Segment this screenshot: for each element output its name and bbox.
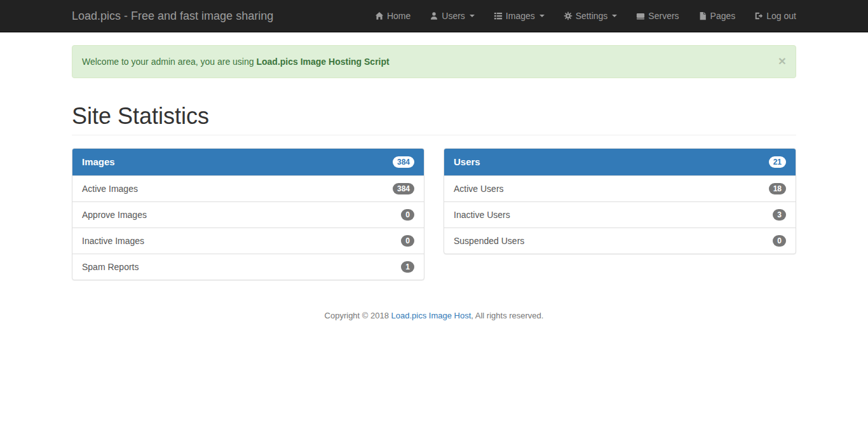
footer: Copyright © 2018 Load.pics Image Host, A… <box>72 293 796 333</box>
nav-label: Users <box>442 10 465 22</box>
list-icon <box>494 11 503 20</box>
stat-badge: 0 <box>401 209 414 221</box>
footer-site-link[interactable]: Load.pics Image Host <box>391 311 471 320</box>
brand[interactable]: Load.pics - Free and fast image sharing <box>72 0 283 32</box>
panel-title: Images <box>82 155 115 169</box>
stat-label: Approve Images <box>82 208 147 221</box>
stat-badge: 3 <box>773 209 786 221</box>
alert-text: Welcome to your admin area, you are usin… <box>82 57 256 67</box>
welcome-alert: Welcome to your admin area, you are usin… <box>72 45 796 78</box>
stat-label: Inactive Users <box>454 208 510 221</box>
page-title: Site Statistics <box>72 104 796 129</box>
home-icon <box>375 11 384 20</box>
list-item-spam-reports[interactable]: Spam Reports 1 <box>72 254 424 280</box>
nav-item-servers[interactable]: Servers <box>627 0 688 32</box>
users-panel: Users 21 Active Users 18 Inactive Users … <box>444 148 796 254</box>
nav-label: Settings <box>576 10 608 22</box>
stat-label: Spam Reports <box>82 261 139 273</box>
stat-label: Active Users <box>454 182 504 195</box>
nav-item-pages[interactable]: Pages <box>689 0 745 32</box>
panel-title: Users <box>454 155 480 169</box>
stat-badge: 0 <box>401 235 414 247</box>
top-navbar: Load.pics - Free and fast image sharing … <box>0 0 868 32</box>
stat-badge: 18 <box>769 183 786 194</box>
users-stat-list: Active Users 18 Inactive Users 3 Suspend… <box>444 175 796 254</box>
users-total-badge: 21 <box>769 156 786 168</box>
copyright-text: Copyright © 2018 <box>325 311 391 320</box>
nav-label: Pages <box>710 10 736 22</box>
stat-badge: 0 <box>773 235 786 247</box>
nav-item-users[interactable]: Users <box>420 0 484 32</box>
main-nav: Home Users Images <box>365 0 796 32</box>
nav-item-settings[interactable]: Settings <box>554 0 627 32</box>
list-item-inactive-images[interactable]: Inactive Images 0 <box>72 228 424 254</box>
file-icon <box>698 11 707 20</box>
images-stat-list: Active Images 384 Approve Images 0 Inact… <box>72 175 424 280</box>
stats-row: Images 384 Active Images 384 Approve Ima… <box>62 148 806 293</box>
alert-close-button[interactable]: × <box>778 54 786 67</box>
chevron-down-icon <box>539 15 545 17</box>
users-panel-heading: Users 21 <box>444 149 796 175</box>
chevron-down-icon <box>612 15 617 17</box>
stat-badge: 1 <box>401 261 414 273</box>
alert-text-bold: Load.pics Image Hosting Script <box>256 57 389 67</box>
nav-label: Images <box>506 10 535 22</box>
stat-badge: 384 <box>393 183 414 194</box>
stat-label: Suspended Users <box>454 235 524 247</box>
stat-label: Active Images <box>82 182 138 195</box>
user-icon <box>430 11 438 20</box>
list-item-active-images[interactable]: Active Images 384 <box>72 175 424 201</box>
nav-item-home[interactable]: Home <box>365 0 420 32</box>
images-total-badge: 384 <box>393 156 414 168</box>
logout-icon <box>754 11 763 20</box>
images-panel: Images 384 Active Images 384 Approve Ima… <box>72 148 424 280</box>
chevron-down-icon <box>470 15 475 17</box>
nav-label: Home <box>387 10 410 22</box>
copyright-suffix: , All rights reserved. <box>471 311 543 320</box>
nav-item-images[interactable]: Images <box>484 0 554 32</box>
nav-label: Servers <box>648 10 679 22</box>
gear-icon <box>564 11 573 20</box>
list-item-suspended-users[interactable]: Suspended Users 0 <box>444 228 796 254</box>
images-panel-heading: Images 384 <box>72 149 424 175</box>
server-icon <box>636 11 645 20</box>
list-item-approve-images[interactable]: Approve Images 0 <box>72 201 424 228</box>
stat-label: Inactive Images <box>82 235 144 247</box>
nav-item-logout[interactable]: Log out <box>745 0 796 32</box>
list-item-active-users[interactable]: Active Users 18 <box>444 175 796 201</box>
page-header: Site Statistics <box>72 104 796 135</box>
nav-label: Log out <box>766 10 796 22</box>
list-item-inactive-users[interactable]: Inactive Users 3 <box>444 201 796 228</box>
